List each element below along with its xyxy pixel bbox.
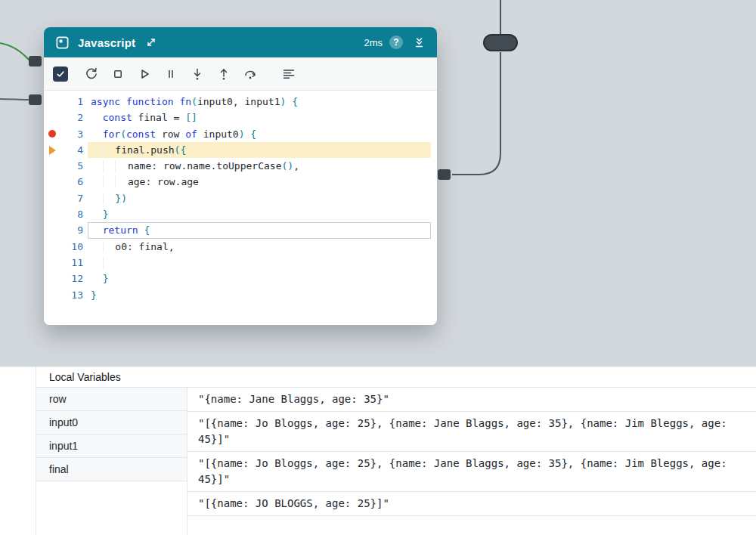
code-line: 10 o0: final, bbox=[44, 239, 437, 255]
restart-icon[interactable] bbox=[82, 65, 101, 83]
code-line-content[interactable]: } bbox=[88, 271, 431, 286]
code-line-content[interactable]: async function fn(input0, input1) { bbox=[88, 94, 431, 110]
panel-title: Javascript bbox=[78, 36, 135, 49]
code-line-content[interactable]: o0: final, bbox=[88, 239, 431, 255]
code-line-content[interactable]: }) bbox=[88, 190, 431, 206]
logs-icon[interactable] bbox=[280, 65, 298, 83]
code-line-content[interactable]: return { bbox=[88, 222, 431, 238]
code-line: 11 bbox=[44, 255, 437, 271]
code-line: 5 name: row.name.toUpperCase(), bbox=[44, 158, 437, 174]
line-number: 1 bbox=[60, 94, 88, 110]
line-gutter[interactable]: 13 bbox=[44, 287, 88, 303]
variable-value-cell: "[{name: JO BLOGGS, age: 25}]" bbox=[187, 492, 756, 516]
variable-name-cell: input0 bbox=[36, 411, 187, 434]
step-out-icon[interactable] bbox=[215, 65, 233, 83]
line-gutter[interactable]: 4 bbox=[44, 142, 88, 158]
input-port-1[interactable] bbox=[29, 56, 42, 66]
variable-value-cell: "{name: Jane Blaggs, age: 35}" bbox=[187, 388, 756, 412]
help-icon[interactable]: ? bbox=[389, 36, 403, 49]
code-line: 7 }) bbox=[44, 190, 437, 206]
line-gutter[interactable]: 8 bbox=[44, 206, 88, 222]
edge-left bbox=[0, 99, 29, 100]
expand-icon[interactable] bbox=[142, 33, 160, 51]
step-into-icon[interactable] bbox=[188, 65, 206, 83]
line-gutter[interactable]: 5 bbox=[44, 158, 88, 174]
variable-name-cell: row bbox=[36, 388, 187, 411]
code-line-content[interactable]: for(const row of input0) { bbox=[88, 126, 431, 142]
panel-header: Javascript 2ms ? bbox=[44, 27, 437, 57]
line-number: 5 bbox=[60, 158, 88, 174]
code-line: 9 return { bbox=[44, 222, 437, 238]
variable-value-cell: "[{name: Jo Bloggs, age: 25}, {name: Jan… bbox=[187, 452, 756, 492]
step-over-icon[interactable] bbox=[241, 65, 259, 83]
script-icon bbox=[53, 33, 71, 51]
play-icon[interactable] bbox=[135, 65, 153, 83]
line-gutter[interactable]: 11 bbox=[44, 255, 88, 271]
line-number: 11 bbox=[60, 255, 88, 271]
line-number: 4 bbox=[60, 142, 88, 158]
code-line-content[interactable]: const final = [] bbox=[88, 110, 431, 125]
code-line: 3 for(const row of input0) { bbox=[44, 126, 437, 142]
code-line: 4 final.push({ bbox=[44, 142, 437, 158]
line-gutter[interactable]: 6 bbox=[44, 174, 88, 190]
variable-value-cell: "[{name: Jo Bloggs, age: 25}, {name: Jan… bbox=[187, 412, 756, 452]
pause-icon[interactable] bbox=[162, 65, 180, 83]
code-line: 8 } bbox=[44, 206, 437, 222]
line-number: 9 bbox=[60, 222, 88, 238]
code-line-content[interactable]: } bbox=[88, 287, 431, 303]
line-gutter[interactable]: 7 bbox=[44, 190, 88, 206]
code-line: 1async function fn(input0, input1) { bbox=[44, 94, 437, 110]
line-number: 13 bbox=[60, 287, 88, 303]
input-port-2[interactable] bbox=[29, 94, 42, 105]
collapsed-node[interactable] bbox=[483, 34, 518, 51]
line-number: 6 bbox=[60, 174, 88, 190]
variable-names-column: rowinput0input1final bbox=[36, 388, 187, 535]
code-line: 6 age: row.age bbox=[44, 174, 437, 190]
code-line: 12 } bbox=[44, 271, 437, 286]
checkbox-checked-icon[interactable] bbox=[53, 66, 68, 82]
code-line-content[interactable]: name: row.name.toUpperCase(), bbox=[88, 158, 431, 174]
line-gutter[interactable]: 2 bbox=[44, 110, 88, 125]
collapse-icon[interactable] bbox=[410, 33, 428, 51]
code-line-content[interactable]: } bbox=[88, 206, 431, 222]
variable-name-cell: final bbox=[36, 458, 187, 481]
code-line-content[interactable]: final.push({ bbox=[88, 142, 431, 158]
execution-time: 2ms bbox=[364, 37, 383, 48]
line-gutter[interactable]: 9 bbox=[44, 222, 88, 238]
line-number: 2 bbox=[60, 110, 88, 125]
bottom-left-gutter bbox=[0, 366, 36, 535]
line-number: 8 bbox=[60, 206, 88, 222]
output-port[interactable] bbox=[438, 169, 451, 180]
debug-toolbar bbox=[44, 57, 437, 91]
canvas: Javascript 2ms ? bbox=[0, 0, 756, 535]
code-line: 13} bbox=[44, 287, 437, 303]
line-number: 12 bbox=[60, 271, 88, 286]
local-variables-panel: Local Variables rowinput0input1final "{n… bbox=[0, 366, 756, 535]
local-variables-title: Local Variables bbox=[36, 366, 756, 388]
stop-icon[interactable] bbox=[109, 65, 127, 83]
variable-name-cell: input1 bbox=[36, 434, 187, 458]
variable-values-column: "{name: Jane Blaggs, age: 35}""[{name: J… bbox=[187, 388, 756, 535]
line-gutter[interactable]: 12 bbox=[44, 271, 88, 286]
line-gutter[interactable]: 10 bbox=[44, 239, 88, 255]
current-line-arrow-icon[interactable] bbox=[44, 146, 60, 155]
edge-right-curve bbox=[452, 52, 500, 175]
code-editor[interactable]: 1async function fn(input0, input1) {2 co… bbox=[44, 91, 437, 325]
javascript-node-panel: Javascript 2ms ? bbox=[44, 27, 437, 325]
line-gutter[interactable]: 1 bbox=[44, 94, 88, 110]
code-line-content[interactable] bbox=[88, 255, 431, 271]
edge-green bbox=[0, 43, 29, 60]
line-number: 10 bbox=[60, 239, 88, 255]
line-gutter[interactable]: 3 bbox=[44, 126, 88, 142]
line-number: 3 bbox=[60, 126, 88, 142]
breakpoint-icon[interactable] bbox=[44, 130, 60, 138]
code-line-content[interactable]: age: row.age bbox=[88, 174, 431, 190]
code-line: 2 const final = [] bbox=[44, 110, 437, 125]
line-number: 7 bbox=[60, 190, 88, 206]
